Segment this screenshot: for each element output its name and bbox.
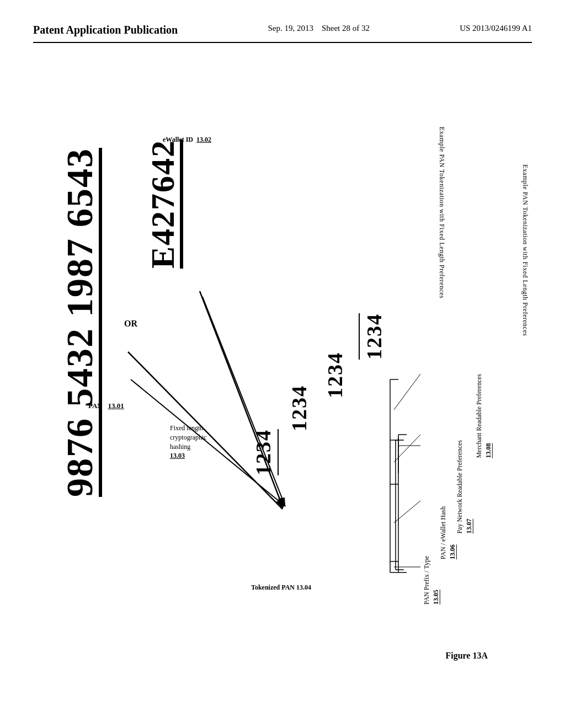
patent-number: US 2013/0246199 A1: [460, 22, 532, 35]
diagram-container: Example PAN Tokenization with Fixed Leng…: [33, 54, 532, 694]
side-vertical-title: Example PAN Tokenization with Fixed Leng…: [521, 164, 529, 336]
fixed-label: Fixed length cryptographic hashing 13.03: [170, 424, 207, 461]
page-header: Patent Application Publication Sep. 19, …: [33, 22, 532, 43]
side-title: Example PAN Tokenization with Fixed Leng…: [438, 127, 446, 298]
svg-marker-1: [277, 499, 285, 506]
right-label-pan-hash: PAN / eWallet Hash 13.06: [439, 506, 457, 559]
svg-line-24: [394, 435, 420, 462]
svg-marker-3: [278, 497, 285, 506]
header-center: Sep. 19, 2013 Sheet 28 of 32: [268, 22, 370, 35]
token-col-3: 1234: [323, 352, 347, 398]
diagram-svg: [33, 54, 532, 694]
or-label: OR: [124, 319, 137, 329]
ewallet-number: E427642: [146, 140, 179, 269]
svg-line-21: [394, 501, 420, 523]
sheet: Sheet 28 of 32: [322, 24, 370, 33]
svg-marker-5: [275, 500, 285, 509]
publication-title: Patent Application Publication: [33, 22, 178, 38]
token-col-1: 1234: [251, 429, 279, 475]
figure-label: Figure 13A: [445, 651, 488, 661]
date: Sep. 19, 2013: [268, 24, 313, 33]
right-label-pan-prefix: PAN Prefix / Type 13.05: [422, 556, 441, 604]
svg-line-27: [394, 374, 420, 410]
right-label-pay-network: Pay Network Readable Preferences 13.07: [455, 440, 474, 534]
token-col-2: 1234: [287, 385, 311, 431]
pan-number: 9876 5432 1987 6543: [61, 148, 98, 497]
right-label-merchant: Merchant Readable Preferences 13.08: [475, 374, 493, 458]
page: Patent Application Publication Sep. 19, …: [0, 0, 565, 728]
token-col-4: 1234: [359, 313, 386, 360]
tokenized-pan-label: Tokenized PAN 13.04: [251, 584, 311, 592]
